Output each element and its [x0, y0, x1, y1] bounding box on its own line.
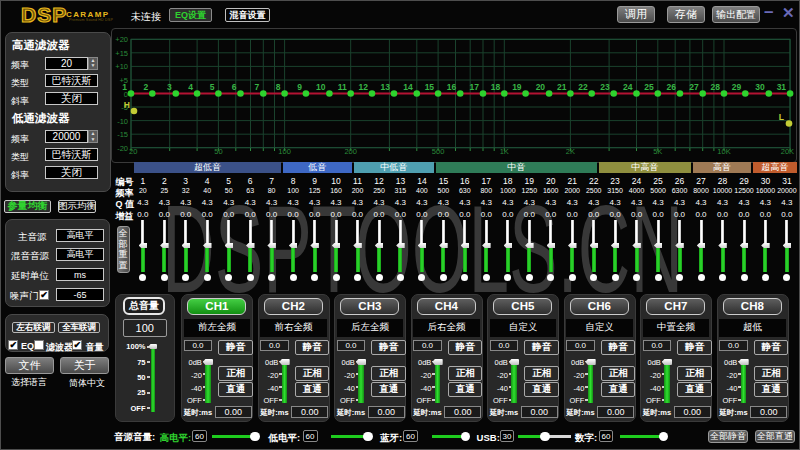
svg-text:25: 25: [644, 82, 654, 92]
svg-text:6: 6: [232, 82, 237, 92]
svg-text:11: 11: [338, 82, 347, 92]
svg-text:100: 100: [278, 147, 291, 156]
svg-text:2K: 2K: [566, 147, 575, 156]
svg-text:3: 3: [167, 82, 172, 92]
svg-text:26: 26: [666, 82, 676, 92]
svg-text:22: 22: [578, 82, 588, 92]
svg-text:20: 20: [536, 82, 546, 92]
svg-text:-15: -15: [117, 130, 128, 139]
svg-text:21: 21: [557, 82, 567, 92]
svg-text:27: 27: [689, 82, 699, 92]
svg-text:13: 13: [381, 82, 391, 92]
svg-text:12: 12: [359, 82, 369, 92]
svg-text:+10: +10: [115, 62, 128, 71]
svg-text:L: L: [779, 112, 784, 122]
svg-text:1K: 1K: [500, 147, 509, 156]
svg-text:-10: -10: [117, 117, 128, 126]
svg-text:5: 5: [210, 82, 215, 92]
svg-text:18: 18: [491, 82, 501, 92]
svg-text:500: 500: [432, 147, 445, 156]
svg-text:29: 29: [732, 82, 742, 92]
svg-text:50: 50: [214, 147, 222, 156]
svg-text:1: 1: [122, 82, 127, 92]
svg-text:7: 7: [255, 82, 260, 92]
svg-text:+20: +20: [115, 35, 128, 44]
svg-text:9: 9: [297, 82, 302, 92]
svg-text:24: 24: [623, 82, 633, 92]
svg-text:15: 15: [425, 82, 435, 92]
svg-text:28: 28: [711, 82, 721, 92]
svg-text:17: 17: [470, 82, 480, 92]
svg-text:20K: 20K: [781, 147, 794, 156]
svg-text:4: 4: [188, 82, 193, 92]
svg-text:30: 30: [755, 82, 765, 92]
svg-text:2: 2: [144, 82, 149, 92]
svg-text:31: 31: [777, 82, 787, 92]
svg-text:10: 10: [316, 82, 326, 92]
svg-text:8: 8: [276, 82, 281, 92]
svg-text:+15: +15: [115, 49, 128, 58]
svg-text:20: 20: [129, 147, 137, 156]
svg-text:23: 23: [600, 82, 610, 92]
svg-text:-20: -20: [117, 144, 128, 153]
svg-text:200: 200: [344, 147, 357, 156]
svg-text:16: 16: [447, 82, 457, 92]
svg-text:19: 19: [512, 82, 522, 92]
svg-text:14: 14: [403, 82, 413, 92]
svg-text:10K: 10K: [717, 147, 730, 156]
svg-text:5K: 5K: [653, 147, 662, 156]
svg-text:H: H: [124, 100, 130, 110]
